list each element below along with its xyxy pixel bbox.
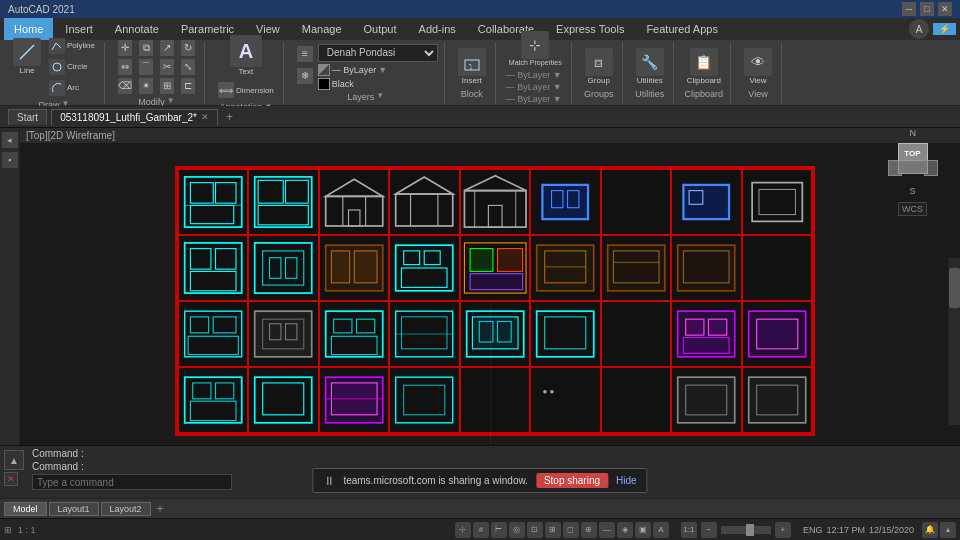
tab-layout2[interactable]: Layout2	[101, 502, 151, 516]
sign-in-button[interactable]: ⚡	[933, 23, 956, 35]
left-tool-2[interactable]: ▪	[2, 152, 18, 168]
view-group-label: View	[748, 89, 767, 99]
cell-1-6	[601, 235, 671, 301]
left-tool-1[interactable]: ◂	[2, 132, 18, 148]
group-button[interactable]: ⧈ Group	[582, 46, 616, 87]
teams-notification: ⏸ teams.microsoft.com is sharing a windo…	[312, 468, 647, 493]
stretch-button[interactable]: ↗	[157, 39, 177, 57]
tab-addins[interactable]: Add-ins	[409, 18, 466, 40]
user-avatar[interactable]: A	[909, 19, 929, 39]
dimension-button[interactable]: ⟺ Dimension	[215, 80, 277, 100]
ortho-icon[interactable]: ⊢	[491, 522, 507, 538]
zoom-minus-icon[interactable]: −	[701, 522, 717, 538]
tab-output[interactable]: Output	[354, 18, 407, 40]
scale-button[interactable]: ⤡	[178, 58, 198, 76]
transp-icon[interactable]: ◈	[617, 522, 633, 538]
command-text-1: Command :	[32, 448, 956, 459]
match-properties-icon: ⊹	[521, 31, 549, 59]
anno-icon[interactable]: A	[653, 522, 669, 538]
erase-button[interactable]: ⌫	[115, 77, 135, 95]
insert-button[interactable]: ⤵ Insert	[455, 46, 489, 87]
tab-model[interactable]: Model	[4, 502, 47, 516]
zoom-plus-icon[interactable]: +	[775, 522, 791, 538]
array-button[interactable]: ⊞	[157, 77, 177, 95]
nav-cube[interactable]: N TOP S	[888, 138, 938, 188]
dyn-icon[interactable]: ⊕	[581, 522, 597, 538]
model-tabs-bar: Model Layout1 Layout2 +	[0, 498, 960, 518]
layer-freeze-button[interactable]: ❄	[294, 66, 316, 86]
match-properties-button[interactable]: ⊹ Match Properties	[506, 29, 565, 68]
move-button[interactable]: ✛	[115, 39, 135, 57]
zoom-slider[interactable]	[721, 526, 771, 534]
layers-expand-icon[interactable]: ▼	[376, 91, 384, 100]
svg-rect-72	[331, 336, 377, 354]
model-status-button[interactable]: ⊞	[4, 525, 12, 535]
osnap-icon[interactable]: ⊡	[527, 522, 543, 538]
close-button[interactable]: ✕	[938, 2, 952, 16]
new-tab-button[interactable]: +	[222, 110, 237, 124]
draw-tools: Line Polyline Circle	[10, 36, 98, 98]
utilities-group-label: Utilities	[635, 89, 664, 99]
linetype-dropdown[interactable]: — ByLayer ▼	[506, 82, 562, 92]
copy-button[interactable]: ⧉	[136, 39, 156, 57]
maximize-button[interactable]: □	[920, 2, 934, 16]
view-button[interactable]: 👁 View	[741, 46, 775, 87]
tab-featured-apps[interactable]: Featured Apps	[636, 18, 728, 40]
otrack-icon[interactable]: ⊞	[545, 522, 561, 538]
svg-rect-81	[545, 317, 586, 349]
cad-grid: ● ●	[178, 169, 812, 433]
cell-0-4	[460, 169, 530, 235]
arc-button[interactable]: Arc	[46, 78, 98, 98]
lw-icon[interactable]: —	[599, 522, 615, 538]
teams-stop-button[interactable]: Stop sharing	[536, 473, 608, 488]
explode-button[interactable]: ✴	[136, 77, 156, 95]
tab-layout1[interactable]: Layout1	[49, 502, 99, 516]
snap-icon[interactable]: ⊹	[455, 522, 471, 538]
sel-icon[interactable]: ▣	[635, 522, 651, 538]
offset-button[interactable]: ⊏	[178, 77, 198, 95]
layer-dropdown[interactable]: Denah Pondasi 0 ByLayer	[318, 44, 438, 62]
tab-document[interactable]: 053118091_Luthfi_Gambar_2* ✕	[51, 109, 218, 125]
tab-annotate[interactable]: Annotate	[105, 18, 169, 40]
mirror-button[interactable]: ⇔	[115, 58, 135, 76]
polar-icon[interactable]: ◎	[509, 522, 525, 538]
command-input[interactable]	[32, 474, 232, 490]
modify-expand-icon[interactable]: ▼	[167, 96, 175, 105]
circle-button[interactable]: Circle	[46, 57, 98, 77]
color-swatch[interactable]	[318, 64, 330, 76]
color-dropdown[interactable]: — ByLayer ▼	[506, 70, 562, 80]
layer-properties-button[interactable]: ≡	[294, 44, 316, 64]
layer-selector: Denah Pondasi 0 ByLayer — ByLayer ▼ Blac…	[318, 44, 438, 90]
teams-hide-button[interactable]: Hide	[616, 475, 637, 486]
clipboard-button[interactable]: 📋 Clipboard	[684, 46, 724, 87]
rotate-button[interactable]: ↻	[178, 39, 198, 57]
black-color-swatch[interactable]	[318, 78, 330, 90]
bylayer-dropdown[interactable]: ▼	[378, 65, 387, 75]
ducs-icon[interactable]: ◻	[563, 522, 579, 538]
taskbar-show-icon[interactable]: ▴	[940, 522, 956, 538]
utilities-button[interactable]: 🔧 Utilities	[633, 46, 667, 87]
text-button[interactable]: A Text	[227, 33, 265, 78]
cad-viewport: ● ●	[20, 156, 960, 445]
trim-button[interactable]: ✂	[157, 58, 177, 76]
scrollbar-vertical[interactable]	[948, 258, 960, 425]
tab-start[interactable]: Start	[8, 109, 47, 125]
lineweight-dropdown[interactable]: — ByLayer ▼	[506, 94, 562, 104]
fillet-button[interactable]: ⌒	[136, 58, 156, 76]
teams-pause-icon: ⏸	[323, 474, 335, 488]
minimize-button[interactable]: ─	[902, 2, 916, 16]
svg-text:● ●: ● ●	[543, 387, 555, 396]
scale-icon[interactable]: 1:1	[681, 522, 697, 538]
ribbon-tabs: Home Insert Annotate Parametric View Man…	[0, 18, 960, 40]
add-layout-button[interactable]: +	[153, 502, 168, 516]
polyline-button[interactable]: Polyline	[46, 36, 98, 56]
grid-icon[interactable]: #	[473, 522, 489, 538]
tab-close-icon[interactable]: ✕	[201, 112, 209, 122]
window-controls: ─ □ ✕	[902, 2, 952, 16]
expand-button[interactable]: ▲	[4, 450, 24, 470]
left-bottom-tools: ▲ ✕	[4, 448, 24, 486]
line-button[interactable]: Line	[10, 36, 44, 98]
tab-manage[interactable]: Manage	[292, 18, 352, 40]
notifications-icon[interactable]: 🔔	[922, 522, 938, 538]
close-panel-button[interactable]: ✕	[4, 472, 18, 486]
